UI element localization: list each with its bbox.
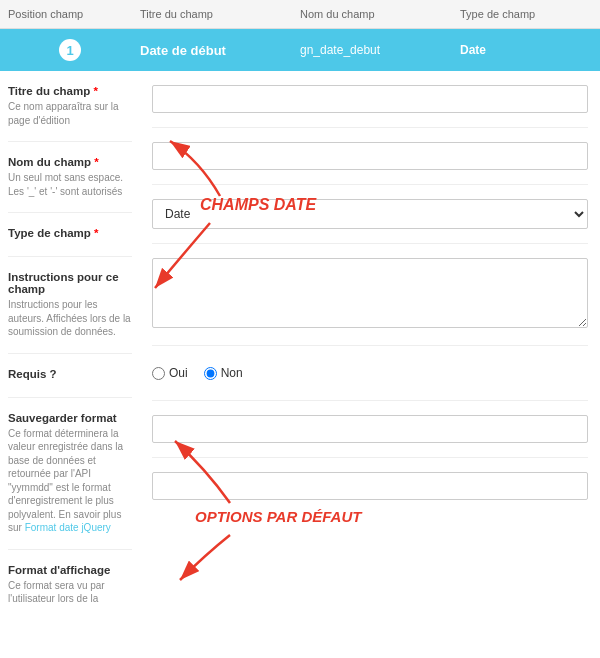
fields-wrapper: Date de début gn_date_debut Date xyxy=(140,71,600,620)
input-title[interactable]: Date de début xyxy=(152,85,588,113)
field-group-required: Oui Non xyxy=(152,346,588,401)
input-name[interactable]: gn_date_debut xyxy=(152,142,588,170)
desc-field-title: Ce nom apparaîtra sur la page d'édition xyxy=(8,100,132,127)
row-name: gn_date_debut xyxy=(300,43,460,57)
field-group-display-format: dd/mm/yy xyxy=(152,458,588,514)
desc-display-format: Ce format sera vu par l'utilisateur lors… xyxy=(8,579,132,606)
header-type: Type de champ xyxy=(460,8,580,20)
desc-save-format: Ce format déterminera la valeur enregist… xyxy=(8,427,132,535)
field-group-name: gn_date_debut xyxy=(152,128,588,185)
labels-column: Titre du champ * Ce nom apparaîtra sur l… xyxy=(0,71,140,620)
position-number: 1 xyxy=(59,39,81,61)
label-group-name: Nom du champ * Un seul mot sans espace. … xyxy=(8,142,132,213)
desc-field-name: Un seul mot sans espace. Les '_' et '-' … xyxy=(8,171,132,198)
label-group-instructions: Instructions pour ce champ Instructions … xyxy=(8,257,132,354)
label-save-format: Sauvegarder format xyxy=(8,412,132,424)
label-group-type: Type de champ * xyxy=(8,213,132,257)
label-display-format: Format d'affichage xyxy=(8,564,132,576)
row-title: Date de début xyxy=(140,43,300,58)
radio-group-required: Oui Non xyxy=(152,360,588,386)
label-group-title: Titre du champ * Ce nom apparaîtra sur l… xyxy=(8,71,132,142)
field-group-instructions xyxy=(152,244,588,346)
table-header: Position champ Titre du champ Nom du cha… xyxy=(0,0,600,29)
radio-option-oui[interactable]: Oui xyxy=(152,366,188,380)
selected-row: 1 Date de début gn_date_debut Date xyxy=(0,29,600,71)
header-title: Titre du champ xyxy=(140,8,300,20)
label-field-title: Titre du champ * xyxy=(8,85,132,97)
radio-option-non[interactable]: Non xyxy=(204,366,243,380)
fields-column: Date de début gn_date_debut Date xyxy=(140,71,600,514)
radio-non[interactable] xyxy=(204,367,217,380)
header-name: Nom du champ xyxy=(300,8,460,20)
header-position: Position champ xyxy=(0,8,140,20)
label-field-type: Type de champ * xyxy=(8,227,132,239)
field-group-title: Date de début xyxy=(152,71,588,128)
label-field-name: Nom du champ * xyxy=(8,156,132,168)
input-save-format[interactable]: yymmdd xyxy=(152,415,588,443)
label-group-required: Requis ? xyxy=(8,354,132,398)
label-required: Requis ? xyxy=(8,368,132,380)
desc-instructions: Instructions pour les auteurs. Affichées… xyxy=(8,298,132,339)
label-instructions: Instructions pour ce champ xyxy=(8,271,132,295)
field-group-type: Date xyxy=(152,185,588,244)
label-group-display-format: Format d'affichage Ce format sera vu par… xyxy=(8,550,132,620)
main-content: Titre du champ * Ce nom apparaîtra sur l… xyxy=(0,71,600,620)
label-group-save-format: Sauvegarder format Ce format déterminera… xyxy=(8,398,132,550)
format-date-link[interactable]: Format date jQuery xyxy=(25,522,111,533)
textarea-instructions[interactable] xyxy=(152,258,588,328)
input-display-format[interactable]: dd/mm/yy xyxy=(152,472,588,500)
radio-oui[interactable] xyxy=(152,367,165,380)
row-type: Date xyxy=(460,43,580,57)
select-type[interactable]: Date xyxy=(152,199,588,229)
field-group-save-format: yymmdd xyxy=(152,401,588,458)
position-col: 1 xyxy=(0,39,140,61)
arrow-to-display-format xyxy=(165,530,245,590)
